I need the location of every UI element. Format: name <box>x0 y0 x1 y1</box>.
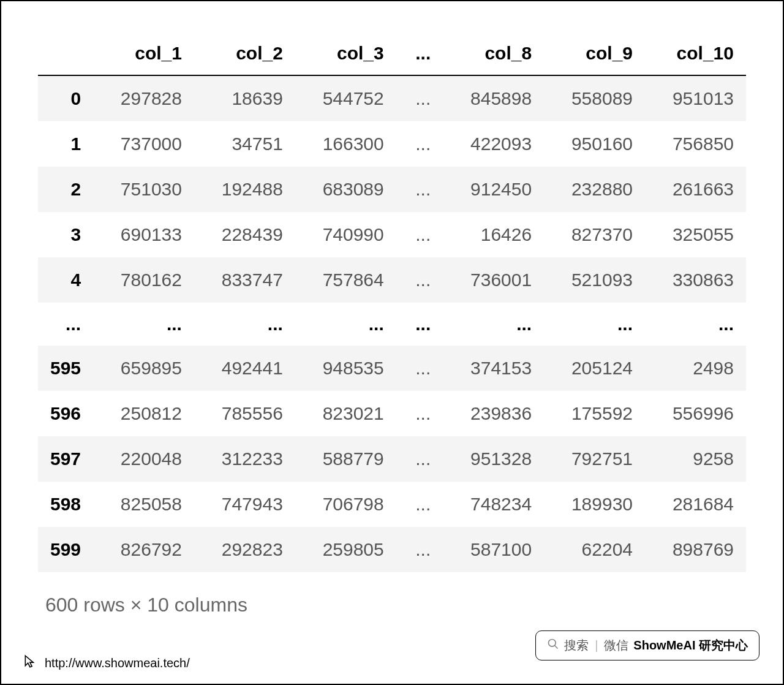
table-cell: ... <box>396 436 443 482</box>
table-row: 4780162833747757864...736001521093330863 <box>38 257 746 303</box>
table-cell: 374153 <box>443 346 544 391</box>
table-cell: ... <box>396 121 443 167</box>
table-cell: ... <box>443 303 544 346</box>
row-index: 599 <box>38 527 93 572</box>
row-index: 3 <box>38 212 93 257</box>
table-row: 599826792292823259805...5871006220489876… <box>38 527 746 572</box>
cursor-icon <box>23 654 39 673</box>
footer-link[interactable]: http://www.showmeai.tech/ <box>23 654 190 673</box>
table-row: 595659895492441948535...3741532051242498 <box>38 346 746 391</box>
column-header: col_9 <box>544 32 645 75</box>
table-cell: 659895 <box>93 346 194 391</box>
table-cell: 558089 <box>544 75 645 121</box>
table-cell: 588779 <box>295 436 396 482</box>
table-cell: 951013 <box>645 75 746 121</box>
svg-point-0 <box>549 640 556 647</box>
table-cell: ... <box>396 212 443 257</box>
row-index: 596 <box>38 391 93 436</box>
table-cell: ... <box>396 482 443 527</box>
table-cell: 297828 <box>93 75 194 121</box>
table-cell: 736001 <box>443 257 544 303</box>
table-cell: 239836 <box>443 391 544 436</box>
table-cell: 690133 <box>93 212 194 257</box>
table-cell: ... <box>194 303 295 346</box>
column-header: ... <box>396 32 443 75</box>
table-row: 2751030192488683089...912450232880261663 <box>38 167 746 212</box>
table-cell: 747943 <box>194 482 295 527</box>
table-cell: 281684 <box>645 482 746 527</box>
table-cell: 292823 <box>194 527 295 572</box>
table-cell: 166300 <box>295 121 396 167</box>
table-cell: 948535 <box>295 346 396 391</box>
column-header: col_1 <box>93 32 194 75</box>
table-row: 3690133228439740990...16426827370325055 <box>38 212 746 257</box>
row-index: 2 <box>38 167 93 212</box>
row-index: 595 <box>38 346 93 391</box>
table-cell: 751030 <box>93 167 194 212</box>
table-cell: 422093 <box>443 121 544 167</box>
search-badge[interactable]: 搜索 | 微信 ShowMeAI 研究中心 <box>535 630 760 660</box>
table-cell: ... <box>396 391 443 436</box>
table-cell: 912450 <box>443 167 544 212</box>
row-index: 0 <box>38 75 93 121</box>
table-header-row: col_1 col_2 col_3 ... col_8 col_9 col_10 <box>38 32 746 75</box>
table-cell: 250812 <box>93 391 194 436</box>
table-cell: 826792 <box>93 527 194 572</box>
column-header: col_2 <box>194 32 295 75</box>
badge-wechat-label: 微信 <box>604 637 628 654</box>
table-cell: 18639 <box>194 75 295 121</box>
table-cell: 34751 <box>194 121 295 167</box>
table-cell: 220048 <box>93 436 194 482</box>
table-row: 029782818639544752...845898558089951013 <box>38 75 746 121</box>
column-header: col_10 <box>645 32 746 75</box>
badge-brand: ShowMeAI 研究中心 <box>633 637 748 654</box>
table-cell: 845898 <box>443 75 544 121</box>
table-cell: 825058 <box>93 482 194 527</box>
badge-search-label: 搜索 <box>564 637 589 654</box>
table-cell: 228439 <box>194 212 295 257</box>
table-cell: 62204 <box>544 527 645 572</box>
table-cell: ... <box>396 346 443 391</box>
table-cell: 189930 <box>544 482 645 527</box>
table-cell: ... <box>396 303 443 346</box>
table-cell: 175592 <box>544 391 645 436</box>
table-cell: 192488 <box>194 167 295 212</box>
table-cell: ... <box>396 257 443 303</box>
table-cell: 951328 <box>443 436 544 482</box>
table-cell: 792751 <box>544 436 645 482</box>
table-cell: 757864 <box>295 257 396 303</box>
dataframe-shape: 600 rows × 10 columns <box>45 594 746 616</box>
table-cell: 556996 <box>645 391 746 436</box>
table-row: ........................ <box>38 303 746 346</box>
table-row: 173700034751166300...422093950160756850 <box>38 121 746 167</box>
table-cell: 521093 <box>544 257 645 303</box>
table-cell: ... <box>93 303 194 346</box>
table-cell: 748234 <box>443 482 544 527</box>
table-cell: ... <box>396 527 443 572</box>
table-cell: 205124 <box>544 346 645 391</box>
table-cell: 232880 <box>544 167 645 212</box>
table-cell: 737000 <box>93 121 194 167</box>
table-cell: 312233 <box>194 436 295 482</box>
table-cell: ... <box>645 303 746 346</box>
column-header: col_8 <box>443 32 544 75</box>
table-cell: 683089 <box>295 167 396 212</box>
table-cell: 9258 <box>645 436 746 482</box>
table-row: 596250812785556823021...2398361755925569… <box>38 391 746 436</box>
row-index: 4 <box>38 257 93 303</box>
table-cell: 756850 <box>645 121 746 167</box>
footer-url-text: http://www.showmeai.tech/ <box>45 656 190 670</box>
table-cell: 950160 <box>544 121 645 167</box>
table-cell: 587100 <box>443 527 544 572</box>
table-cell: 780162 <box>93 257 194 303</box>
table-row: 597220048312233588779...9513287927519258 <box>38 436 746 482</box>
table-cell: ... <box>396 167 443 212</box>
table-cell: ... <box>544 303 645 346</box>
table-row: 598825058747943706798...7482341899302816… <box>38 482 746 527</box>
table-cell: 898769 <box>645 527 746 572</box>
table-cell: 259805 <box>295 527 396 572</box>
row-index: ... <box>38 303 93 346</box>
table-cell: ... <box>396 75 443 121</box>
row-index: 597 <box>38 436 93 482</box>
row-index: 598 <box>38 482 93 527</box>
